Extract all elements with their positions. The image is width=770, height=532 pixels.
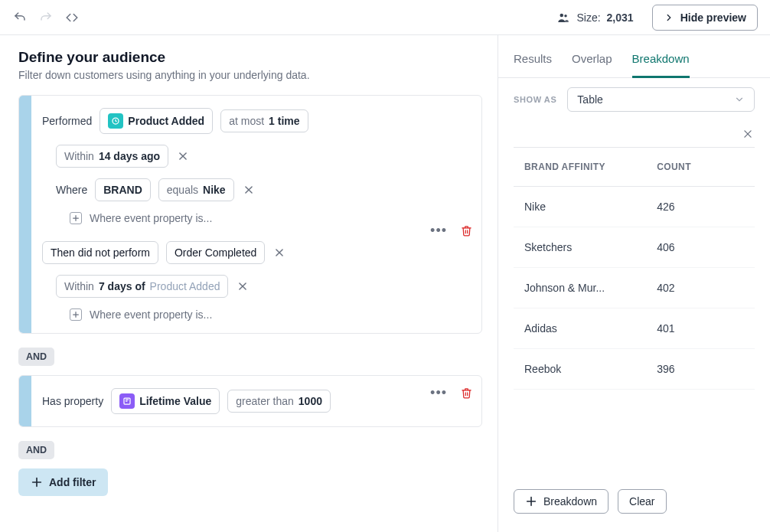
- cell-count: 401: [646, 308, 755, 349]
- frequency-prefix: at most: [229, 115, 264, 127]
- add-event-property-2[interactable]: Where event property is...: [70, 308, 471, 321]
- top-bar: Size: 2,031 Hide preview: [0, 0, 770, 35]
- tab-overlap[interactable]: Overlap: [572, 52, 612, 77]
- hide-preview-button[interactable]: Hide preview: [652, 5, 758, 31]
- then-not-label: Then did not perform: [51, 246, 150, 259]
- within-row: Within 14 days ago: [56, 145, 471, 168]
- performed-label: Performed: [42, 115, 92, 127]
- clear-button[interactable]: Clear: [618, 489, 666, 514]
- brand-label: BRAND: [103, 184, 142, 196]
- show-as-select[interactable]: Table: [567, 87, 755, 112]
- more-menu-button[interactable]: •••: [430, 385, 447, 401]
- within-value: 14 days ago: [99, 150, 160, 162]
- breakdown-button[interactable]: Breakdown: [514, 489, 608, 514]
- cell-count: 406: [646, 227, 755, 268]
- cell-brand: Adidas: [514, 308, 646, 349]
- operator-chip-equals[interactable]: equals Nike: [158, 178, 234, 201]
- table-row: Nike 426: [514, 187, 755, 227]
- property-icon: [119, 393, 135, 409]
- add-filter-label: Add filter: [49, 476, 96, 488]
- th-count: COUNT: [646, 148, 755, 187]
- page-subtitle: Filter down customers using anything in …: [18, 69, 482, 81]
- undo-button[interactable]: [12, 10, 28, 25]
- show-as-label: SHOW AS: [514, 95, 556, 104]
- event-chip-order-completed[interactable]: Order Completed: [166, 241, 265, 264]
- hide-preview-label: Hide preview: [680, 11, 746, 24]
- operator-chip-gt[interactable]: greater than 1000: [227, 390, 331, 413]
- show-as-value: Table: [577, 93, 602, 106]
- has-property-label: Has property: [42, 395, 103, 407]
- funnel-within-row: Within 7 days of Product Added: [56, 275, 471, 298]
- frequency-chip[interactable]: at most 1 time: [220, 109, 308, 132]
- cell-count: 396: [646, 349, 755, 390]
- close-breakdown-button[interactable]: [741, 127, 755, 141]
- cell-brand: Johnson & Mur...: [514, 268, 646, 308]
- equals-prefix: equals: [167, 184, 198, 196]
- event-chip-product-added[interactable]: Product Added: [100, 108, 213, 134]
- table-row: Sketchers 406: [514, 227, 755, 268]
- funnel-time-window-chip[interactable]: Within 7 days of Product Added: [56, 275, 228, 298]
- filter-group-2: Has property Lifetime Value greater than…: [18, 375, 482, 427]
- breakdown-table: BRAND AFFINITY COUNT Nike 426 Sketchers …: [514, 147, 755, 390]
- clear-label: Clear: [629, 495, 654, 508]
- group-actions-2: •••: [430, 385, 472, 401]
- remove-where-clause[interactable]: [242, 183, 256, 197]
- delete-button[interactable]: [461, 387, 472, 399]
- plus-icon: [31, 476, 43, 488]
- has-property-row: Has property Lifetime Value greater than…: [42, 388, 471, 414]
- people-icon: [556, 11, 570, 24]
- add-event-property-1[interactable]: Where event property is...: [70, 212, 471, 224]
- cell-brand: Sketchers: [514, 227, 646, 268]
- svg-point-0: [560, 13, 564, 17]
- cell-count: 402: [646, 268, 755, 308]
- remove-time-window[interactable]: [176, 149, 190, 163]
- cell-brand: Nike: [514, 187, 646, 227]
- where-label: Where: [56, 184, 87, 196]
- where-row: Where BRAND equals Nike: [56, 178, 471, 201]
- more-menu-button[interactable]: •••: [430, 223, 447, 239]
- plus-icon: [525, 495, 537, 508]
- remove-funnel-step[interactable]: [272, 246, 286, 259]
- show-as-row: SHOW AS Table: [498, 78, 770, 121]
- add-filter-button[interactable]: Add filter: [18, 468, 108, 496]
- filter-group-1: Performed Product Added at most 1 time W…: [18, 95, 482, 334]
- cell-brand: Reebok: [514, 349, 646, 390]
- time-window-chip[interactable]: Within 14 days ago: [56, 145, 168, 168]
- funnel-ref-event: Product Added: [150, 280, 220, 292]
- within-prefix: Within: [64, 150, 94, 162]
- toolbar-left: [12, 10, 80, 25]
- equals-value: Nike: [203, 184, 226, 196]
- ltv-label: Lifetime Value: [139, 395, 211, 407]
- table-row: Johnson & Mur... 402: [514, 268, 755, 308]
- add-event-property-label-2: Where event property is...: [90, 308, 212, 321]
- then-did-not-perform-chip[interactable]: Then did not perform: [42, 241, 158, 264]
- table-row: Reebok 396: [514, 349, 755, 390]
- toolbar-right: Size: 2,031 Hide preview: [556, 5, 758, 31]
- tab-breakdown[interactable]: Breakdown: [632, 52, 690, 78]
- and-connector-2[interactable]: AND: [18, 441, 54, 459]
- breakdown-label: Breakdown: [543, 495, 597, 508]
- code-toggle-button[interactable]: [64, 10, 80, 25]
- svg-point-1: [565, 15, 567, 17]
- plus-square-icon: [70, 212, 82, 224]
- order-completed-label: Order Completed: [175, 246, 256, 259]
- delete-button[interactable]: [461, 225, 472, 237]
- preview-tabs: Results Overlap Breakdown: [498, 35, 770, 78]
- chevron-right-icon: [664, 12, 674, 23]
- property-chip-brand[interactable]: BRAND: [95, 178, 151, 201]
- gt-prefix: greater than: [236, 395, 294, 407]
- size-value: 2,031: [607, 11, 634, 24]
- redo-button[interactable]: [38, 10, 54, 25]
- funnel-within-value: 7 days of: [99, 280, 145, 292]
- and-connector-1[interactable]: AND: [18, 348, 54, 366]
- event-icon: [108, 113, 123, 129]
- audience-size: Size: 2,031: [556, 11, 633, 24]
- size-label: Size:: [576, 11, 600, 24]
- property-chip-ltv[interactable]: Lifetime Value: [111, 388, 220, 414]
- tab-results[interactable]: Results: [514, 52, 552, 77]
- cell-count: 426: [646, 187, 755, 227]
- audience-builder: Define your audience Filter down custome…: [0, 35, 498, 532]
- remove-funnel-time-window[interactable]: [236, 279, 250, 293]
- group-stripe: [19, 376, 31, 426]
- frequency-value: 1 time: [269, 115, 299, 127]
